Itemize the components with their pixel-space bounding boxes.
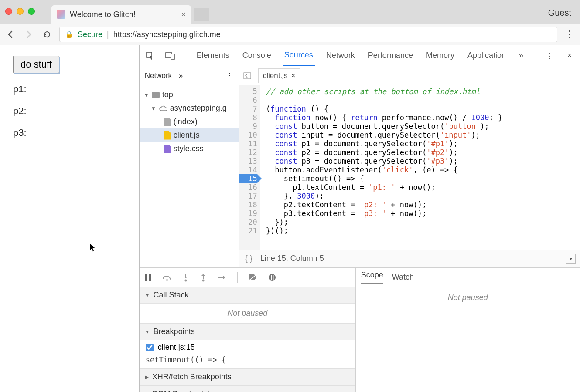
tab-console[interactable]: Console (241, 46, 273, 65)
section-xhr-breakpoints: ▶ XHR/fetch Breakpoints (140, 369, 355, 386)
coverage-toggle-icon[interactable]: ▾ (566, 254, 576, 264)
reload-button[interactable] (41, 28, 53, 41)
document-icon (164, 118, 171, 126)
back-button[interactable] (4, 28, 17, 41)
separator (237, 272, 238, 283)
separator (185, 50, 185, 61)
step-over-icon[interactable] (162, 274, 172, 281)
pause-icon[interactable] (145, 274, 152, 281)
caret-right-icon: ▶ (145, 374, 149, 380)
forward-button[interactable] (23, 28, 35, 41)
caret-down-icon: ▼ (144, 92, 149, 98)
p2-label: p2: (13, 105, 126, 117)
tab-overflow[interactable]: » (517, 46, 525, 65)
tree-label: (index) (174, 117, 198, 126)
svg-point-7 (184, 279, 187, 281)
callstack-title: Call Stack (154, 291, 189, 300)
close-tab-icon[interactable]: × (181, 10, 186, 19)
tab-network[interactable]: Network (324, 46, 357, 65)
devtools: Elements Console Sources Network Perform… (140, 45, 580, 392)
breakpoint-checkbox[interactable] (146, 344, 154, 351)
favicon-icon (57, 10, 65, 19)
close-icon[interactable]: × (291, 71, 295, 80)
tab-memory[interactable]: Memory (424, 46, 456, 65)
tree-frame-top[interactable]: ▼ top (140, 88, 239, 101)
callstack-header[interactable]: ▼ Call Stack (140, 287, 355, 304)
tab-application[interactable]: Application (466, 46, 508, 65)
js-file-icon (164, 131, 171, 140)
breakpoints-header[interactable]: ▼ Breakpoints (140, 324, 355, 340)
collapse-navigator-icon[interactable] (243, 72, 254, 80)
url-text: https://asyncstepping.glitch.me (113, 30, 221, 39)
tab-elements[interactable]: Elements (195, 46, 231, 65)
xhr-breakpoints-header[interactable]: ▶ XHR/fetch Breakpoints (140, 369, 355, 385)
tree-label: top (162, 90, 173, 99)
breakpoint-item[interactable]: client.js:15 (140, 340, 355, 355)
dom-breakpoints-header[interactable]: ▶ DOM Breakpoints (140, 386, 355, 392)
debugger-toolbar (140, 268, 355, 287)
browser-menu-button[interactable]: ⋮ (563, 29, 576, 40)
svg-point-6 (166, 279, 168, 281)
caret-down-icon: ▼ (145, 329, 150, 335)
subtab-network[interactable]: Network (145, 71, 172, 80)
tree-label: style.css (174, 144, 204, 153)
tab-performance[interactable]: Performance (366, 46, 415, 65)
svg-rect-2 (171, 54, 174, 59)
url-separator: | (107, 30, 109, 39)
tab-title: Welcome to Glitch! (70, 10, 177, 19)
cursor-position: Line 15, Column 5 (260, 254, 324, 263)
svg-rect-11 (271, 275, 272, 280)
tab-strip: Welcome to Glitch! × Guest (0, 0, 580, 24)
inspect-element-icon[interactable] (145, 51, 155, 61)
scope-watch-tabs: Scope Watch (356, 268, 580, 287)
debugger-panes: ▼ Call Stack Not paused ▼ Breakpoints cl… (140, 267, 580, 392)
step-icon[interactable] (217, 274, 227, 281)
new-tab-button[interactable] (194, 8, 209, 21)
browser-tab[interactable]: Welcome to Glitch! × (51, 5, 191, 24)
breakpoints-title: Breakpoints (154, 327, 195, 336)
device-toolbar-icon[interactable] (165, 51, 175, 61)
navigator-subtabs: Network » ⋮ (140, 66, 239, 85)
source-editor: client.js × 5678910111213141516171819202… (239, 66, 580, 267)
subtab-overflow[interactable]: » (179, 71, 183, 80)
devtools-close-icon[interactable]: × (564, 51, 575, 61)
tab-sources[interactable]: Sources (283, 45, 315, 66)
tree-file-clientjs[interactable]: client.js (140, 128, 239, 142)
watch-tab[interactable]: Watch (392, 273, 414, 282)
browser-chrome: Welcome to Glitch! × Guest 🔒 Secure | ht… (0, 0, 580, 45)
dom-breakpoints-title: DOM Breakpoints (152, 389, 214, 392)
line-gutter[interactable]: 56789101112131415161718192021 (239, 85, 260, 250)
code-area[interactable]: // add other scripts at the bottom of in… (260, 85, 503, 250)
scope-state: Not paused (356, 287, 580, 308)
pretty-print-icon[interactable]: { } (245, 254, 252, 263)
xhr-breakpoints-title: XHR/fetch Breakpoints (152, 372, 232, 382)
section-breakpoints: ▼ Breakpoints client.js:15 setTimeout(()… (140, 324, 355, 369)
deactivate-breakpoints-icon[interactable] (248, 274, 258, 281)
frame-icon (152, 92, 160, 98)
tree-label: asyncstepping.glitch.me (170, 104, 227, 113)
section-dom-breakpoints: ▶ DOM Breakpoints (140, 386, 355, 392)
window-controls (5, 8, 35, 15)
sources-navigator: Network » ⋮ ▼ top ▼ (140, 66, 239, 267)
svg-rect-12 (273, 275, 274, 280)
devtools-menu-icon[interactable]: ⋮ (544, 51, 555, 61)
svg-point-10 (269, 274, 276, 281)
pause-on-exceptions-icon[interactable] (268, 274, 276, 281)
step-out-icon[interactable] (200, 273, 207, 282)
profile-label[interactable]: Guest (548, 8, 571, 18)
svg-point-8 (202, 279, 204, 281)
devtools-tabbar: Elements Console Sources Network Perform… (140, 45, 580, 66)
do-stuff-button[interactable]: do stuff (13, 56, 59, 73)
editor-statusbar: { } Line 15, Column 5 ▾ (239, 250, 580, 267)
tree-origin[interactable]: ▼ asyncstepping.glitch.me (140, 101, 239, 115)
step-into-icon[interactable] (182, 273, 189, 282)
tree-file-index[interactable]: (index) (140, 115, 239, 128)
maximize-window-icon[interactable] (28, 8, 35, 15)
tree-file-stylecss[interactable]: style.css (140, 142, 239, 155)
minimize-window-icon[interactable] (17, 8, 24, 15)
address-bar[interactable]: 🔒 Secure | https://asyncstepping.glitch.… (59, 27, 557, 42)
scope-tab[interactable]: Scope (361, 270, 383, 284)
close-window-icon[interactable] (5, 8, 12, 15)
navigator-menu-icon[interactable]: ⋮ (226, 71, 233, 80)
editor-tab-clientjs[interactable]: client.js × (258, 68, 300, 83)
